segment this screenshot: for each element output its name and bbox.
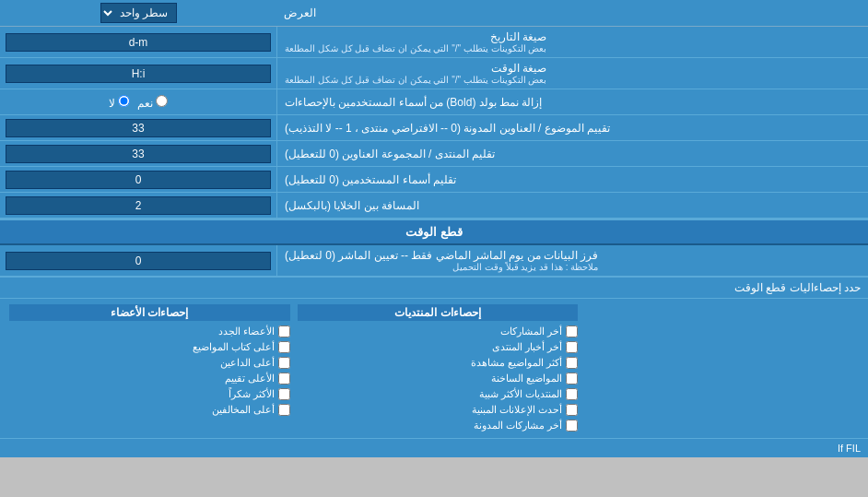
forum-stat-6-label: أحدث الإعلانات المبنية — [472, 404, 562, 416]
member-stat-5-checkbox[interactable] — [278, 388, 290, 400]
forum-stat-5: المنتديات الأكثر شبية — [298, 387, 579, 401]
member-stat-6-label: أعلى المخالفين — [212, 404, 275, 416]
member-stat-5: الأكثر شكراً — [9, 387, 290, 401]
stats-header-row: حدد إحصاءاليات قطع الوقت — [0, 277, 868, 298]
date-format-input-wrapper — [0, 27, 276, 57]
forum-order-input[interactable] — [6, 145, 271, 163]
forum-stat-4-checkbox[interactable] — [566, 373, 578, 385]
forum-stat-1-label: أخر المشاركات — [500, 325, 562, 337]
member-stat-1-label: الأعضاء الجدد — [218, 325, 275, 337]
bold-yes-label: نعم — [137, 95, 168, 110]
forum-stat-6-checkbox[interactable] — [566, 404, 578, 416]
member-stat-1: الأعضاء الجدد — [9, 325, 290, 338]
topics-order-input[interactable] — [6, 119, 271, 137]
date-format-label: صيغة التاريخ بعض التكوينات يتطلب "/" الت… — [276, 27, 868, 57]
member-stat-2-checkbox[interactable] — [278, 341, 290, 353]
member-stat-3-label: أعلى الداعين — [220, 357, 275, 369]
cell-spacing-row: المسافة بين الخلايا (بالبكسل) — [0, 193, 868, 219]
forum-stats-col: إحصاءات المنتديات أخر المشاركات أخر أخبا… — [294, 302, 582, 434]
lines-select[interactable]: سطر واحد سطرين ثلاثة أسطر — [100, 3, 177, 23]
cell-spacing-label: المسافة بين الخلايا (بالبكسل) — [276, 193, 868, 218]
time-format-row: صيغة الوقت بعض التكوينات يتطلب "/" التي … — [0, 58, 868, 89]
member-stat-5-label: الأكثر شكراً — [229, 388, 275, 400]
forum-stat-2-label: أخر أخبار المنتدى — [492, 341, 562, 353]
time-format-label: صيغة الوقت بعض التكوينات يتطلب "/" التي … — [276, 58, 868, 89]
member-stat-2: أعلى كتاب المواضيع — [9, 340, 290, 354]
forum-stats-header: إحصاءات المنتديات — [298, 304, 579, 321]
member-stats-header: إحصاءات الأعضاء — [9, 304, 290, 321]
member-stat-6-checkbox[interactable] — [278, 404, 290, 416]
date-format-row: صيغة التاريخ بعض التكوينات يتطلب "/" الت… — [0, 27, 868, 58]
bold-remove-row: إزالة نمط بولد (Bold) من أسماء المستخدمي… — [0, 89, 868, 115]
member-stat-4-checkbox[interactable] — [278, 373, 290, 385]
realtime-row: فرز البيانات من يوم الماشر الماضي فقط --… — [0, 245, 868, 277]
bottom-note: If FIL — [0, 438, 868, 457]
checkboxes-grid: إحصاءات المنتديات أخر المشاركات أخر أخبا… — [6, 302, 862, 434]
forum-stat-1-checkbox[interactable] — [566, 325, 578, 337]
member-stat-3: أعلى الداعين — [9, 356, 290, 370]
forum-stat-3-label: أكثر المواضيع مشاهدة — [471, 357, 562, 369]
time-format-input-wrapper — [0, 58, 276, 89]
forum-order-label: تقليم المنتدى / المجموعة العناوين (0 للت… — [276, 141, 868, 166]
users-order-row: تقليم أسماء المستخدمين (0 للتعطيل) — [0, 167, 868, 193]
empty-col — [581, 302, 862, 434]
forum-stat-5-checkbox[interactable] — [566, 388, 578, 400]
cell-spacing-input[interactable] — [6, 196, 271, 215]
forum-stat-2-checkbox[interactable] — [566, 341, 578, 353]
forum-stat-7: أخر مشاركات المدونة — [298, 419, 579, 432]
topics-order-row: تقييم الموضوع / العناوين المدونة (0 -- ا… — [0, 115, 868, 141]
member-stat-6: أعلى المخالفين — [9, 403, 290, 417]
member-stat-1-checkbox[interactable] — [278, 325, 290, 337]
forum-stat-5-label: المنتديات الأكثر شبية — [479, 388, 562, 400]
bold-remove-input-wrapper: نعم لا — [0, 89, 276, 114]
member-stat-2-label: أعلى كتاب المواضيع — [193, 341, 275, 353]
cell-spacing-input-wrapper — [0, 193, 276, 218]
bold-yes-radio[interactable] — [156, 95, 168, 107]
bold-no-radio[interactable] — [118, 95, 130, 107]
topics-order-input-wrapper — [0, 115, 276, 140]
display-label: العرض — [276, 0, 868, 26]
forum-stat-4-label: المواضيع الساخنة — [491, 373, 562, 385]
realtime-input[interactable] — [6, 252, 271, 270]
forum-stat-1: أخر المشاركات — [298, 325, 579, 338]
users-order-label: تقليم أسماء المستخدمين (0 للتعطيل) — [276, 167, 868, 192]
date-format-input[interactable] — [6, 33, 271, 52]
member-stat-3-checkbox[interactable] — [278, 357, 290, 369]
forum-stat-3-checkbox[interactable] — [566, 357, 578, 369]
realtime-label: فرز البيانات من يوم الماشر الماضي فقط --… — [276, 245, 868, 276]
realtime-section-header: قطع الوقت — [0, 219, 868, 245]
bold-remove-label: إزالة نمط بولد (Bold) من أسماء المستخدمي… — [276, 89, 868, 114]
lines-select-wrapper: سطر واحد سطرين ثلاثة أسطر — [0, 0, 276, 26]
member-stat-4: الأعلى تقييم — [9, 372, 290, 385]
stats-header-label: حدد إحصاءاليات قطع الوقت — [7, 281, 861, 294]
users-order-input-wrapper — [0, 167, 276, 192]
forum-stat-6: أحدث الإعلانات المبنية — [298, 403, 579, 417]
forum-stat-7-label: أخر مشاركات المدونة — [474, 420, 562, 432]
users-order-input[interactable] — [6, 171, 271, 189]
forum-stat-3: أكثر المواضيع مشاهدة — [298, 356, 579, 370]
time-format-input[interactable] — [6, 65, 271, 83]
checkboxes-section: إحصاءات المنتديات أخر المشاركات أخر أخبا… — [0, 298, 868, 438]
forum-stat-7-checkbox[interactable] — [566, 420, 578, 432]
forum-order-row: تقليم المنتدى / المجموعة العناوين (0 للت… — [0, 141, 868, 167]
member-stats-col: إحصاءات الأعضاء الأعضاء الجدد أعلى كتاب … — [6, 302, 294, 434]
member-stat-4-label: الأعلى تقييم — [225, 373, 275, 385]
forum-stat-4: المواضيع الساخنة — [298, 372, 579, 385]
forum-stat-2: أخر أخبار المنتدى — [298, 340, 579, 354]
forum-order-input-wrapper — [0, 141, 276, 166]
topics-order-label: تقييم الموضوع / العناوين المدونة (0 -- ا… — [276, 115, 868, 140]
realtime-input-wrapper — [0, 245, 276, 276]
bold-no-label: لا — [109, 95, 130, 110]
